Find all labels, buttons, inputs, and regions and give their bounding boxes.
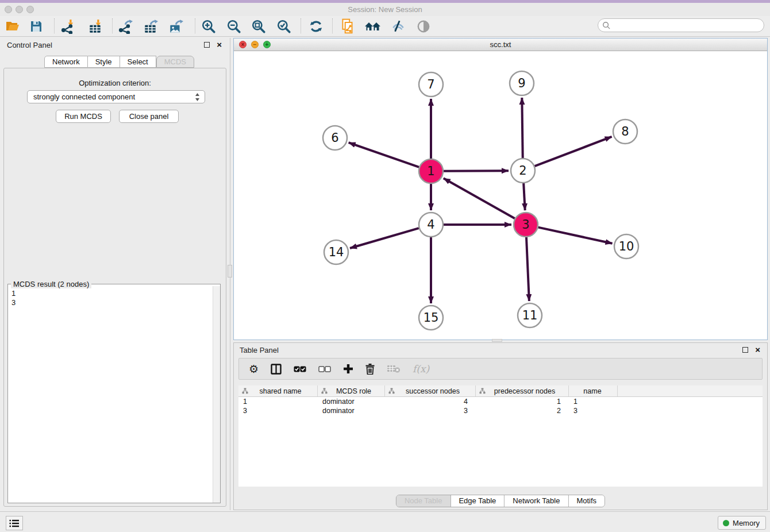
graph-edge-1-6[interactable] xyxy=(349,142,419,167)
search-icon xyxy=(602,21,611,30)
table-toolbar: ⚙ f(x) xyxy=(238,358,763,380)
delete-table-icon xyxy=(387,364,401,373)
tab-network[interactable]: Network xyxy=(44,56,88,68)
save-session-icon[interactable] xyxy=(26,17,46,36)
graph-node-label: 3 xyxy=(522,218,529,232)
delete-column-icon[interactable] xyxy=(365,364,375,375)
columns-icon[interactable] xyxy=(271,364,282,375)
home-icon[interactable] xyxy=(363,17,383,36)
memory-status-icon xyxy=(723,520,729,526)
dropdown-chevrons-icon xyxy=(195,92,200,102)
close-panel-icon[interactable]: × xyxy=(217,42,222,48)
table-cell: 1 xyxy=(476,397,569,406)
export-image-icon[interactable] xyxy=(166,17,186,36)
main-toolbar xyxy=(0,16,770,37)
tab-style[interactable]: Style xyxy=(88,56,120,68)
column-header-MCDS-role[interactable]: MCDS role xyxy=(318,385,385,396)
network-view-window: × − + scc.txt 7968124314101511 xyxy=(233,38,768,340)
zoom-out-icon[interactable] xyxy=(224,17,244,36)
maximize-window-button[interactable] xyxy=(26,6,34,13)
memory-button[interactable]: Memory xyxy=(718,516,766,530)
tab-node-table[interactable]: Node Table xyxy=(396,495,451,507)
network-close-button[interactable]: × xyxy=(239,41,247,48)
export-network-icon[interactable] xyxy=(116,17,135,36)
memory-label: Memory xyxy=(733,519,760,527)
table-cell: 1 xyxy=(238,397,318,406)
node-table: shared nameMCDS rolesuccessor nodesprede… xyxy=(238,385,763,487)
table-cell: dominator xyxy=(318,406,385,415)
column-header-shared-name[interactable]: shared name xyxy=(238,385,318,396)
add-column-icon[interactable] xyxy=(343,364,353,374)
toolbar-separator xyxy=(332,18,333,33)
network-window-titlebar[interactable]: × − + scc.txt xyxy=(234,38,767,51)
import-table-icon[interactable] xyxy=(86,17,105,36)
table-panel: Table Panel × ⚙ f(x) shared nameMCDS rol… xyxy=(233,342,768,510)
float-table-panel-icon[interactable] xyxy=(742,347,748,353)
criterion-dropdown[interactable]: strongly connected component xyxy=(27,90,205,103)
float-panel-icon[interactable] xyxy=(204,42,210,48)
graph-node-label: 10 xyxy=(619,240,634,253)
refresh-icon[interactable] xyxy=(306,17,326,36)
select-all-icon[interactable] xyxy=(294,366,306,372)
graph-edge-3-10[interactable] xyxy=(538,228,612,244)
close-table-panel-icon[interactable]: × xyxy=(755,347,760,353)
graph-edge-4-14[interactable] xyxy=(350,228,419,248)
sort-icon xyxy=(321,388,328,394)
graph-edge-2-9[interactable] xyxy=(522,98,522,158)
tab-motifs[interactable]: Motifs xyxy=(568,495,605,507)
open-session-icon[interactable] xyxy=(3,17,22,36)
task-history-button[interactable] xyxy=(6,516,23,530)
mcds-result-box: MCDS result (2 nodes) 1 3 xyxy=(7,284,221,503)
show-panel-icon[interactable] xyxy=(414,17,433,36)
close-panel-button[interactable]: Close panel xyxy=(119,110,179,123)
close-window-button[interactable] xyxy=(5,6,12,13)
list-icon xyxy=(9,519,20,528)
result-scrollbar[interactable] xyxy=(213,286,220,503)
horizontal-splitter-handle[interactable] xyxy=(492,339,502,342)
network-minimize-button[interactable]: − xyxy=(251,41,259,48)
search-input[interactable] xyxy=(598,18,764,32)
graph-edge-2-3[interactable] xyxy=(523,183,525,210)
run-mcds-button[interactable]: Run MCDS xyxy=(56,110,111,123)
function-builder-icon: f(x) xyxy=(413,363,429,375)
tab-mcds[interactable]: MCDS xyxy=(156,56,194,68)
status-bar: Memory xyxy=(0,511,770,532)
minimize-window-button[interactable] xyxy=(16,6,23,13)
vertical-splitter-handle[interactable] xyxy=(228,265,232,277)
tab-network-table[interactable]: Network Table xyxy=(505,495,568,507)
toolbar-separator xyxy=(54,18,55,33)
network-window-title: scc.txt xyxy=(234,38,767,51)
graph-edge-3-11[interactable] xyxy=(526,237,529,301)
zoom-fit-icon[interactable] xyxy=(249,17,268,36)
sort-icon xyxy=(479,388,486,394)
graph-node-label: 15 xyxy=(424,311,439,325)
table-tabs: Node TableEdge TableNetwork TableMotifs xyxy=(396,495,605,507)
import-network-icon[interactable] xyxy=(58,17,78,36)
table-row[interactable]: 1dominator411 xyxy=(238,397,763,406)
table-cell: dominator xyxy=(318,397,385,406)
graph-edge-3-1[interactable] xyxy=(444,178,515,218)
zoom-selected-icon[interactable] xyxy=(274,17,294,36)
column-header-successor-nodes[interactable]: successor nodes xyxy=(385,385,476,396)
zoom-in-icon[interactable] xyxy=(199,17,218,36)
app-titlebar: Session: New Session xyxy=(0,3,770,16)
export-table-icon[interactable] xyxy=(141,17,160,36)
table-cell: 3 xyxy=(238,406,318,415)
graph-edge-1-2[interactable] xyxy=(444,171,509,171)
graph-edge-2-8[interactable] xyxy=(535,137,612,166)
graph-canvas-svg[interactable]: 7968124314101511 xyxy=(234,51,767,340)
tab-edge-table[interactable]: Edge Table xyxy=(451,495,505,507)
column-header-predecessor-nodes[interactable]: predecessor nodes xyxy=(476,385,569,396)
table-row[interactable]: 3dominator323 xyxy=(238,406,763,415)
mcds-result-list[interactable]: 1 3 xyxy=(8,287,213,503)
column-header-name[interactable]: name xyxy=(569,385,618,396)
toolbar-separator xyxy=(301,18,301,33)
gear-icon[interactable]: ⚙ xyxy=(249,363,259,376)
tab-select[interactable]: Select xyxy=(120,56,156,68)
control-panel-tabs: NetworkStyleSelectMCDS xyxy=(44,56,194,68)
network-maximize-button[interactable]: + xyxy=(263,41,271,48)
hide-panel-icon[interactable] xyxy=(388,17,408,36)
optimization-criterion-label: Optimization criterion: xyxy=(4,79,226,87)
clone-network-icon[interactable] xyxy=(338,17,357,36)
deselect-all-icon[interactable] xyxy=(318,366,331,372)
